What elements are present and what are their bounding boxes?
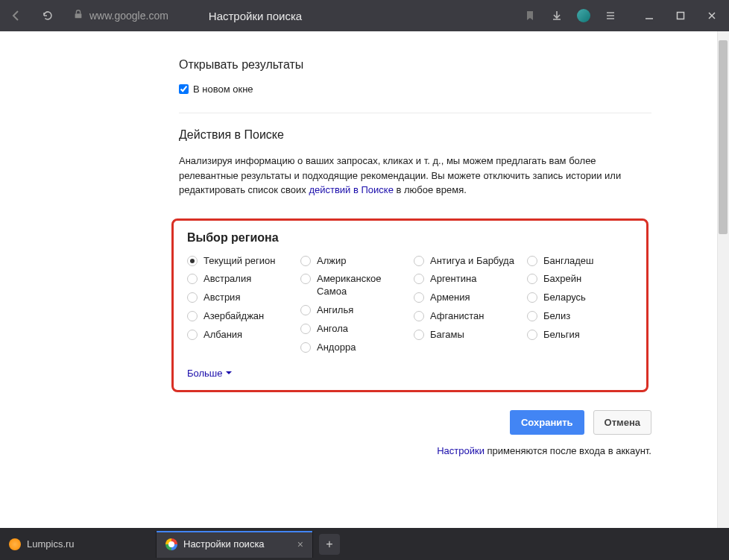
radio-icon — [414, 330, 424, 340]
section-search-actions: Действия в Поиске Анализируя информацию … — [179, 113, 651, 215]
radio-icon — [187, 292, 198, 303]
new-tab-button[interactable]: + — [319, 534, 340, 555]
close-button[interactable] — [701, 5, 723, 26]
region-option[interactable]: Бангладеш — [527, 255, 633, 268]
section-description: Анализируя информацию о ваших запросах, … — [179, 154, 651, 198]
settings-link[interactable]: Настройки — [437, 445, 485, 456]
region-option[interactable]: Австрия — [187, 292, 293, 304]
open-new-window-checkbox[interactable] — [179, 84, 189, 94]
content-area: Открывать результаты В новом окне Действ… — [0, 31, 729, 528]
region-columns: Текущий регион Австралия Австрия Азербай… — [187, 255, 633, 360]
radio-icon — [527, 274, 537, 284]
radio-icon — [300, 274, 311, 284]
radio-icon — [414, 274, 424, 284]
page-scroll: Открывать результаты В новом окне Действ… — [30, 31, 717, 528]
radio-icon — [187, 256, 198, 266]
scrollbar-thumb[interactable] — [719, 40, 728, 234]
minimize-button[interactable] — [638, 5, 660, 26]
page-title: Настройки поиска — [209, 10, 302, 22]
radio-icon — [300, 324, 311, 334]
radio-icon — [414, 311, 424, 321]
close-tab-icon[interactable]: × — [297, 538, 303, 550]
titlebar-left: www.google.com Настройки поиска — [6, 5, 302, 26]
window-controls — [638, 5, 723, 26]
radio-icon — [527, 292, 537, 303]
section-title: Выбор региона — [187, 231, 633, 245]
region-col-3: Антигуа и Барбуда Аргентина Армения Афга… — [414, 255, 520, 360]
downloads-icon[interactable] — [550, 9, 564, 22]
maximize-button[interactable] — [669, 5, 692, 26]
svg-rect-0 — [75, 13, 82, 18]
open-new-window-row[interactable]: В новом окне — [179, 84, 651, 95]
radio-icon — [300, 342, 311, 353]
region-option[interactable]: Азербайджан — [187, 310, 293, 323]
region-option[interactable]: Ангола — [300, 323, 406, 336]
svg-rect-1 — [678, 13, 684, 19]
region-option[interactable]: Армения — [414, 292, 520, 304]
region-option[interactable]: Австралия — [187, 273, 293, 286]
radio-icon — [300, 256, 311, 266]
settings-body: Открывать результаты В новом окне Действ… — [30, 31, 686, 456]
address-bar[interactable]: www.google.com — [73, 9, 168, 22]
lock-icon — [73, 9, 83, 22]
section-title: Открывать результаты — [179, 58, 651, 72]
radio-icon — [527, 330, 537, 340]
section-title: Действия в Поиске — [179, 128, 651, 142]
region-option[interactable]: Бельгия — [527, 329, 633, 342]
region-option[interactable]: Беларусь — [527, 292, 633, 304]
radio-icon — [527, 311, 537, 321]
radio-icon — [414, 256, 424, 266]
browser-tabbar: Lumpics.ru Настройки поиска × + — [0, 528, 729, 560]
tab-lumpics[interactable]: Lumpics.ru — [0, 531, 157, 558]
region-option[interactable]: Багамы — [414, 329, 520, 342]
region-col-1: Текущий регион Австралия Австрия Азербай… — [187, 255, 293, 360]
url-text: www.google.com — [89, 10, 168, 22]
region-option[interactable]: Ангилья — [300, 304, 406, 317]
tab-search-settings[interactable]: Настройки поиска × — [157, 531, 313, 558]
region-col-2: Алжир Американское Самоа Ангилья Ангола … — [300, 255, 406, 360]
region-option[interactable]: Алжир — [300, 255, 406, 268]
region-option[interactable]: Бахрейн — [527, 273, 633, 286]
cancel-button[interactable]: Отмена — [593, 410, 651, 435]
region-option[interactable]: Аргентина — [414, 273, 520, 286]
region-option[interactable]: Американское Самоа — [300, 273, 406, 298]
browser-titlebar: www.google.com Настройки поиска — [0, 0, 729, 31]
chevron-down-icon — [226, 371, 232, 374]
favicon-icon — [9, 538, 21, 550]
bookmark-icon[interactable] — [523, 9, 537, 22]
favicon-icon — [165, 538, 177, 550]
radio-icon — [300, 305, 311, 315]
radio-icon — [187, 311, 198, 321]
save-button[interactable]: Сохранить — [510, 410, 584, 435]
profile-icon[interactable] — [577, 9, 590, 22]
menu-icon[interactable] — [604, 9, 617, 22]
show-more-link[interactable]: Больше — [187, 368, 232, 379]
region-option[interactable]: Андорра — [300, 342, 406, 354]
reload-button[interactable] — [37, 5, 58, 26]
radio-icon — [187, 274, 198, 284]
region-option[interactable]: Антигуа и Барбуда — [414, 255, 520, 268]
region-option[interactable]: Белиз — [527, 310, 633, 323]
section-open-results: Открывать результаты В новом окне — [179, 46, 651, 113]
vertical-scrollbar[interactable] — [717, 31, 729, 528]
titlebar-right — [523, 5, 723, 26]
radio-icon — [527, 256, 537, 266]
checkbox-label: В новом окне — [193, 84, 253, 95]
search-actions-link[interactable]: действий в Поиске — [309, 184, 394, 195]
login-note: Настройки применяются после входа в акка… — [179, 445, 651, 456]
tab-label: Настройки поиска — [183, 538, 265, 550]
tab-label: Lumpics.ru — [27, 538, 75, 550]
button-row: Сохранить Отмена — [179, 410, 651, 435]
region-option[interactable]: Афганистан — [414, 310, 520, 323]
region-option[interactable]: Текущий регион — [187, 255, 293, 268]
region-col-4: Бангладеш Бахрейн Беларусь Белиз Бельгия — [527, 255, 633, 360]
region-option[interactable]: Албания — [187, 329, 293, 342]
section-region-select: Выбор региона Текущий регион Австралия А… — [171, 218, 648, 392]
radio-icon — [187, 330, 198, 340]
back-button[interactable] — [6, 5, 27, 26]
radio-icon — [414, 292, 424, 303]
